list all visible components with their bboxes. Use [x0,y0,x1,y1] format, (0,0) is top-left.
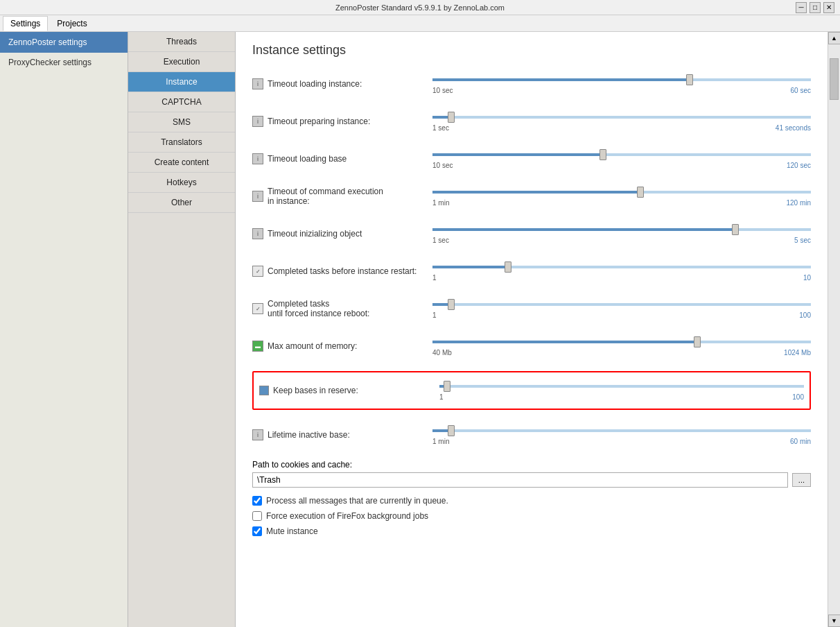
setting-label-timeout-preparing: i Timeout preparing instance: [252,116,432,127]
setting-label-timeout-loading: i Timeout loading instance: [252,78,432,89]
slider-max-7: 100 [799,311,811,319]
setting-timeout-initializing: i Timeout inizializing object 1 sec 5 se… [252,221,811,246]
slider-max-9: 100 [792,393,804,401]
left-panel: ZennoPoster settings ProxyChecker settin… [0,32,128,627]
checkbox-mute-instance: Mute instance [252,526,811,536]
setting-completed-reboot: ✓ Completed tasks until forced instance … [252,296,811,321]
slider-min-1: 10 sec [432,87,453,94]
setting-lifetime-inactive: i Lifetime inactive base: 1 min 60 min [252,422,811,447]
slider-max-6: 10 [803,274,811,282]
zennoposter-settings-item[interactable]: ZennoPoster settings [0,32,128,53]
slider-completed-reboot[interactable]: 1 100 [432,299,811,319]
setting-timeout-command: i Timeout of command execution in instan… [252,184,811,209]
slider-keep-bases[interactable]: 1 100 [439,381,804,401]
path-browse-button[interactable]: ... [792,473,811,487]
checkbox-process-messages-input[interactable] [252,496,262,506]
minimize-button[interactable]: ─ [796,2,807,13]
sidebar-item-sms[interactable]: SMS [128,112,235,132]
slider-timeout-command[interactable]: 1 min 120 min [432,187,811,207]
maximize-button[interactable]: □ [810,2,821,13]
sidebar-item-hotkeys[interactable]: Hotkeys [128,173,235,193]
slider-max-4: 120 min [786,199,811,207]
title-bar-buttons: ─ □ ✕ [796,2,834,13]
sidebar-item-instance[interactable]: Instance [128,72,235,92]
slider-min-2: 1 sec [432,124,449,132]
info-icon-4: i [252,191,263,202]
slider-timeout-initializing[interactable]: 1 sec 5 sec [432,224,811,244]
label-text-9: Keep bases in reserve: [273,386,358,395]
label-text-4: Timeout of command execution in instance… [268,187,383,206]
setting-label-timeout-command: i Timeout of command execution in instan… [252,187,432,206]
scrollbar[interactable]: ▲ ▼ [828,32,840,627]
scroll-up-button[interactable]: ▲ [828,32,841,44]
scrollbar-thumb[interactable] [830,58,839,100]
grid-icon-9 [259,386,269,395]
close-button[interactable]: ✕ [823,2,834,13]
label-text-1: Timeout loading instance: [268,79,362,89]
slider-timeout-loading[interactable]: 10 sec 60 sec [432,74,811,94]
info-icon-1: i [252,78,263,89]
app-container: ZennoPoster settings ProxyChecker settin… [0,32,840,627]
label-text-2: Timeout preparing instance: [268,117,370,126]
sidebar-item-other[interactable]: Other [128,193,235,213]
title-bar-text: ZennoPoster Standard v5.9.9.1 by ZennoLa… [335,3,505,12]
path-section: Path to cookies and cache: ... [252,460,811,488]
slider-max-memory[interactable]: 40 Mb 1024 Mb [432,336,811,357]
slider-max-1: 60 sec [791,87,811,94]
info-icon-10: i [252,429,263,440]
sidebar-item-translators[interactable]: Translators [128,132,235,153]
content-scroll: Instance settings i Timeout loading inst… [236,32,828,627]
label-text-6: Completed tasks before instance restart: [268,266,417,276]
path-input-row: ... [252,472,811,488]
slider-max-2: 41 seconds [776,124,811,132]
sidebar-item-create-content[interactable]: Create content [128,153,235,173]
checkbox-mute-instance-label: Mute instance [266,526,318,536]
checkbox-mute-instance-input[interactable] [252,526,262,536]
slider-timeout-preparing[interactable]: 1 sec 41 seconds [432,112,811,132]
label-text-10: Lifetime inactive base: [268,430,350,440]
scrollbar-track[interactable] [828,44,840,615]
slider-max-5: 5 sec [794,237,811,244]
nav-sidebar: Threads Execution Instance CAPTCHA SMS T… [128,32,236,627]
proxychecker-settings-item[interactable]: ProxyChecker settings [0,53,128,72]
setting-label-timeout-loading-base: i Timeout loading base [252,153,432,164]
slider-lifetime-inactive[interactable]: 1 min 60 min [432,425,811,445]
setting-timeout-loading: i Timeout loading instance: 10 sec 60 se… [252,71,811,96]
slider-min-5: 1 sec [432,237,449,244]
scroll-down-button[interactable]: ▼ [828,615,841,627]
setting-timeout-loading-base: i Timeout loading base 10 sec 120 sec [252,146,811,171]
setting-max-memory: ▬ Max amount of memory: 40 Mb 1024 Mb [252,334,811,359]
slider-completed-restart[interactable]: 1 10 [432,261,811,282]
label-text-7: Completed tasks until forced instance re… [268,299,369,318]
tab-settings[interactable]: Settings [3,16,48,31]
setting-keep-bases-highlighted: Keep bases in reserve: 1 100 [252,371,811,410]
slider-max-10: 60 min [790,438,811,445]
title-bar: ZennoPoster Standard v5.9.9.1 by ZennoLa… [0,0,840,15]
sidebar-item-execution[interactable]: Execution [128,52,235,72]
path-input[interactable] [252,472,788,488]
label-text-3: Timeout loading base [268,154,347,164]
setting-label-timeout-initializing: i Timeout inizializing object [252,228,432,239]
tab-projects[interactable]: Projects [49,16,94,31]
setting-label-max-memory: ▬ Max amount of memory: [252,341,432,352]
setting-completed-restart: ✓ Completed tasks before instance restar… [252,259,811,284]
checkbox-process-messages-label: Process all messages that are currently … [266,496,448,506]
slider-min-8: 40 Mb [432,349,452,357]
checkbox-force-firefox: Force execution of FireFox background jo… [252,511,811,521]
slider-min-6: 1 [432,274,437,282]
slider-min-4: 1 min [432,199,449,207]
green-bar-icon-8: ▬ [252,341,263,352]
sidebar-item-threads[interactable]: Threads [128,32,235,52]
slider-min-7: 1 [432,311,437,319]
label-text-5: Timeout inizializing object [268,229,362,239]
checkbox-force-firefox-input[interactable] [252,511,262,521]
sidebar-item-captcha[interactable]: CAPTCHA [128,92,235,112]
info-icon-3: i [252,153,263,164]
slider-max-3: 120 sec [787,162,811,169]
path-label: Path to cookies and cache: [252,460,811,470]
label-text-8: Max amount of memory: [268,341,357,351]
menu-bar: Settings Projects [0,15,840,32]
checkbox-process-messages: Process all messages that are currently … [252,496,811,506]
setting-label-keep-bases: Keep bases in reserve: [259,386,439,395]
slider-timeout-loading-base[interactable]: 10 sec 120 sec [432,149,811,169]
